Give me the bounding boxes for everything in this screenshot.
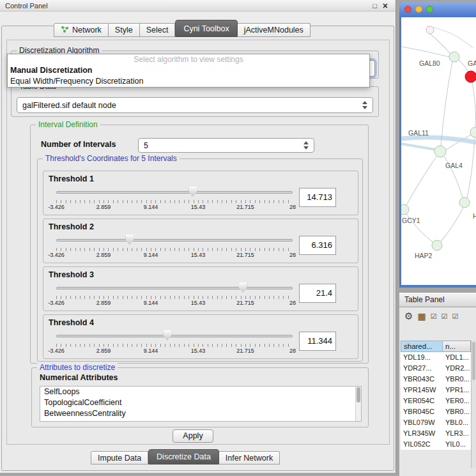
list-scrollbar[interactable] bbox=[355, 387, 361, 421]
network-window-titlebar[interactable] bbox=[399, 2, 476, 16]
slider-thumb[interactable] bbox=[163, 330, 171, 341]
table-cell[interactable]: YBL0... bbox=[443, 417, 471, 428]
table-cell[interactable]: YBR045C bbox=[401, 406, 443, 417]
slider-thumb[interactable] bbox=[239, 282, 247, 293]
gear-icon[interactable]: ⚙ bbox=[404, 310, 413, 323]
select-checkbox-icon[interactable]: ☑ bbox=[441, 310, 448, 323]
network-tab-icon bbox=[61, 26, 69, 35]
table-cell[interactable]: YLR345W bbox=[401, 428, 443, 439]
threshold-value-field[interactable]: 6.316 bbox=[299, 236, 336, 255]
slider-track[interactable] bbox=[56, 191, 293, 194]
tab-cyni-toolbox[interactable]: Cyni Toolbox bbox=[175, 20, 237, 37]
table-cell[interactable]: YPR1... bbox=[443, 385, 471, 395]
tab-network[interactable]: Network bbox=[54, 23, 109, 37]
table-row[interactable]: YDL19...YDL1... bbox=[401, 352, 471, 363]
table-cell[interactable]: YDR2... bbox=[443, 363, 471, 374]
slider-track[interactable] bbox=[56, 335, 293, 337]
filter-checkbox-icon[interactable]: ☑ bbox=[452, 310, 458, 323]
tab-discretize-data[interactable]: Discretize Data bbox=[148, 449, 219, 464]
scrollbar-thumb[interactable] bbox=[472, 342, 475, 380]
threshold-label: Threshold 3 bbox=[49, 270, 94, 279]
network-node[interactable] bbox=[449, 52, 459, 62]
column-header-name[interactable]: n... bbox=[443, 341, 471, 352]
network-node[interactable] bbox=[459, 197, 470, 208]
table-row[interactable]: YIL052CYIL0... bbox=[401, 439, 471, 450]
network-edge bbox=[430, 34, 450, 54]
table-row[interactable]: YPR145WYPR1... bbox=[401, 385, 471, 395]
threshold-value-field[interactable]: 11.344 bbox=[299, 332, 336, 351]
close-traffic-light-icon[interactable] bbox=[404, 6, 411, 13]
table-row[interactable]: YER054CYER0... bbox=[401, 395, 471, 406]
table-cell[interactable]: YDL19... bbox=[401, 352, 443, 363]
tab-jactivemnodules[interactable]: jActiveMNodules bbox=[238, 23, 311, 37]
table-cell[interactable]: YIL052C bbox=[401, 439, 443, 450]
threshold-4-slider[interactable]: -3.4262.8599.14415.4321.71528 bbox=[56, 330, 293, 356]
tick-label: 15.43 bbox=[191, 300, 206, 306]
network-node[interactable] bbox=[426, 26, 434, 34]
table-cell[interactable]: YDR27... bbox=[401, 363, 443, 374]
slider-track[interactable] bbox=[56, 239, 293, 242]
slider-track[interactable] bbox=[56, 287, 293, 289]
network-canvas-svg[interactable]: GAL80GAGAL11GAL4GCY1HAP2H bbox=[401, 17, 476, 285]
table-cell[interactable]: YDL1... bbox=[443, 352, 471, 363]
numerical-attributes-list[interactable]: SelfLoopsTopologicalCoefficientBetweenne… bbox=[40, 386, 362, 422]
network-canvas[interactable]: GAL80GAGAL11GAL4GCY1HAP2H bbox=[401, 17, 476, 285]
apply-button[interactable]: Apply bbox=[173, 429, 213, 443]
tab-select[interactable]: Select bbox=[140, 23, 176, 37]
network-node[interactable] bbox=[465, 71, 476, 82]
network-edge bbox=[401, 46, 449, 57]
minimize-traffic-light-icon[interactable] bbox=[415, 6, 422, 13]
slider-ticks bbox=[56, 344, 293, 347]
scrollbar-thumb[interactable] bbox=[357, 387, 360, 403]
close-icon[interactable]: × bbox=[383, 1, 388, 11]
table-row[interactable]: YBL079WYBL0... bbox=[401, 417, 471, 428]
list-item[interactable]: TopologicalCoefficient bbox=[40, 397, 361, 408]
table-cell[interactable]: YBL079W bbox=[401, 417, 443, 428]
threshold-1-slider[interactable]: -3.4262.8599.14415.4321.71528 bbox=[56, 187, 293, 212]
table-cell[interactable]: YLR3... bbox=[443, 428, 471, 439]
tab-infer-network[interactable]: Infer Network bbox=[219, 451, 280, 464]
table-panel-toolbar: ⚙ ▦ ☑ ☑ ☑ bbox=[404, 310, 458, 323]
tick-label: 9.144 bbox=[144, 348, 158, 354]
slider-thumb[interactable] bbox=[125, 234, 134, 245]
column-header-shared-name[interactable]: shared... bbox=[401, 341, 443, 352]
threshold-value-field[interactable]: 14.713 bbox=[299, 188, 336, 207]
table-scrollbar[interactable] bbox=[471, 341, 476, 468]
network-node[interactable] bbox=[470, 127, 476, 137]
number-of-intervals-select[interactable]: 5 bbox=[138, 138, 314, 153]
table-cell[interactable]: YER0... bbox=[443, 395, 471, 406]
table-cell[interactable]: YBR0... bbox=[443, 374, 471, 385]
network-node[interactable] bbox=[434, 146, 446, 157]
tab-label: Cyni Toolbox bbox=[183, 24, 229, 33]
table-panel-header[interactable]: Table Panel bbox=[399, 292, 476, 307]
table-cell[interactable]: YER054C bbox=[401, 395, 443, 406]
table-data-select[interactable]: galFiltered.sif default node bbox=[17, 97, 373, 113]
table-cell[interactable]: YPR145W bbox=[401, 385, 443, 395]
zoom-traffic-light-icon[interactable] bbox=[426, 6, 433, 13]
network-node[interactable] bbox=[432, 240, 442, 250]
list-item[interactable]: BetweennessCentrality bbox=[40, 408, 361, 419]
table-cell[interactable]: YBR043C bbox=[401, 374, 443, 385]
list-item[interactable]: SelfLoops bbox=[40, 387, 361, 397]
threshold-3-slider[interactable]: -3.4262.8599.14415.4321.71528 bbox=[56, 282, 293, 308]
columns-icon[interactable]: ▦ bbox=[417, 310, 426, 323]
dropdown-placeholder-option[interactable]: Select algorithm to view settings bbox=[8, 54, 369, 65]
threshold-value-field[interactable]: 21.4 bbox=[299, 284, 336, 303]
tab-style[interactable]: Style bbox=[109, 23, 140, 37]
select-all-checkbox-icon[interactable]: ☑ bbox=[431, 310, 437, 323]
tick-label: 2.859 bbox=[96, 252, 111, 258]
network-node-label: GAL4 bbox=[445, 162, 463, 169]
table-row[interactable]: YLR345WYLR3... bbox=[401, 428, 471, 439]
dropdown-option-manual-discretization[interactable]: Manual Discretization bbox=[8, 65, 369, 76]
network-node[interactable] bbox=[401, 204, 409, 215]
table-row[interactable]: YDR27...YDR2... bbox=[401, 363, 471, 374]
threshold-2-slider[interactable]: -3.4262.8599.14415.4321.71528 bbox=[56, 234, 293, 260]
float-window-icon[interactable]: □ bbox=[372, 2, 377, 10]
table-cell[interactable]: YIL0... bbox=[443, 439, 471, 450]
table-cell[interactable]: YBR0... bbox=[443, 406, 471, 417]
slider-thumb[interactable] bbox=[188, 187, 197, 197]
dropdown-option-equal-width-frequency[interactable]: Equal Width/Frequency Discretization bbox=[8, 76, 369, 87]
tab-impute-data[interactable]: Impute Data bbox=[91, 451, 148, 464]
table-row[interactable]: YBR045CYBR0... bbox=[401, 406, 471, 417]
table-row[interactable]: YBR043CYBR0... bbox=[401, 374, 471, 385]
